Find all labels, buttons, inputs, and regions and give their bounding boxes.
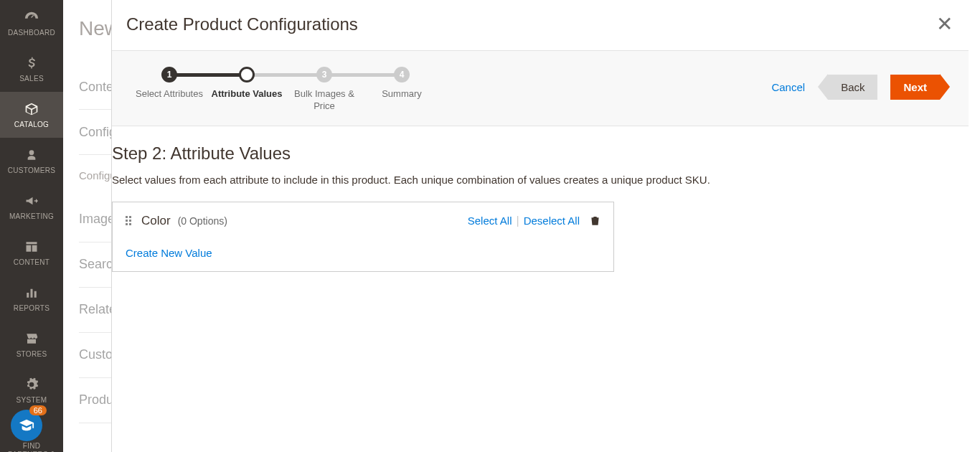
sidebar-item-catalog[interactable]: CATALOG (0, 92, 63, 138)
sidebar-label: SALES (19, 75, 44, 83)
sidebar-label: STORES (17, 350, 47, 359)
modal-title: Create Product Configurations (126, 14, 358, 34)
megaphone-icon (23, 192, 40, 209)
close-icon[interactable] (936, 14, 953, 34)
sidebar-item-sales[interactable]: SALES (0, 46, 63, 92)
sidebar-item-customers[interactable]: CUSTOMERS (0, 138, 63, 184)
step-dot: 4 (394, 67, 410, 83)
attribute-actions: Select All | Deselect All (468, 215, 600, 227)
bars-icon (23, 284, 40, 301)
sidebar-item-content[interactable]: CONTENT (0, 230, 63, 276)
sidebar-label: FIND PARTNERS & EXTENSIONS (3, 442, 60, 452)
person-icon (23, 146, 40, 164)
select-all-link[interactable]: Select All (468, 215, 512, 227)
sidebar-item-marketing[interactable]: MARKETING (0, 184, 63, 230)
trash-icon[interactable] (590, 215, 600, 227)
sidebar-label: CUSTOMERS (8, 166, 55, 175)
sidebar-label: CATALOG (14, 121, 49, 129)
box-icon (23, 100, 40, 118)
step-dot-current (239, 67, 255, 83)
sidebar-label: REPORTS (14, 304, 50, 313)
wizard-step: 3 Bulk Images & Price (286, 67, 363, 113)
attribute-card: Color (0 Options) Select All | Deselect … (112, 202, 614, 272)
gauge-icon (23, 9, 40, 26)
step-dot: 3 (316, 67, 332, 83)
wizard-steps: 1 Select Attributes Attribute Values 3 B… (131, 67, 440, 113)
step-label: Attribute Values (212, 88, 283, 100)
help-bubble[interactable]: 66 (11, 410, 42, 441)
step-label: Summary (382, 88, 422, 100)
deselect-all-link[interactable]: Deselect All (524, 215, 580, 227)
next-button[interactable]: Next (890, 74, 950, 100)
sidebar-item-dashboard[interactable]: DASHBOARD (0, 0, 63, 46)
dollar-icon (23, 55, 40, 72)
separator: | (516, 215, 519, 227)
drag-handle-icon[interactable] (126, 216, 131, 225)
step-title: Step 2: Attribute Values (112, 143, 969, 164)
sidebar-item-reports[interactable]: REPORTS (0, 276, 63, 321)
wizard-step: Attribute Values (208, 67, 286, 100)
modal-create-configurations: Create Product Configurations 1 Select A… (111, 0, 969, 452)
wizard-step: 4 Summary (363, 67, 440, 100)
gear-icon (23, 376, 40, 393)
sidebar-label: CONTENT (14, 258, 50, 267)
sidebar-label: SYSTEM (17, 396, 47, 405)
sidebar-item-stores[interactable]: STORES (0, 321, 63, 367)
wizard-actions: Cancel Back Next (771, 74, 950, 100)
store-icon (23, 330, 40, 347)
create-new-value-link[interactable]: Create New Value (126, 247, 212, 259)
step-description: Select values from each attribute to inc… (112, 174, 969, 186)
modal-header: Create Product Configurations (112, 0, 969, 50)
step-label: Bulk Images & Price (286, 88, 363, 113)
next-button-label[interactable]: Next (890, 75, 940, 100)
notification-badge: 66 (29, 405, 47, 415)
modal-body: Step 2: Attribute Values Select values f… (112, 126, 969, 272)
attribute-card-header: Color (0 Options) Select All | Deselect … (126, 214, 600, 228)
wizard-step: 1 Select Attributes (131, 67, 208, 100)
chevron-left-icon (818, 74, 828, 100)
cancel-link[interactable]: Cancel (771, 81, 805, 93)
attribute-name: Color (141, 214, 171, 228)
step-label: Select Attributes (136, 88, 203, 100)
chevron-right-icon (940, 74, 950, 100)
attribute-options-count: (0 Options) (178, 215, 227, 227)
back-button[interactable]: Back (818, 74, 877, 100)
wizard-stage: 1 Select Attributes Attribute Values 3 B… (112, 50, 969, 126)
step-dot: 1 (161, 67, 177, 83)
graduation-cap-icon (19, 418, 34, 433)
sidebar-label: DASHBOARD (8, 29, 55, 37)
sidebar-label: MARKETING (9, 212, 54, 221)
create-new-value[interactable]: Create New Value (126, 247, 600, 260)
layout-icon (23, 238, 40, 255)
back-button-label[interactable]: Back (828, 75, 877, 100)
admin-sidebar: DASHBOARD SALES CATALOG CUSTOMERS MARKET… (0, 0, 63, 452)
